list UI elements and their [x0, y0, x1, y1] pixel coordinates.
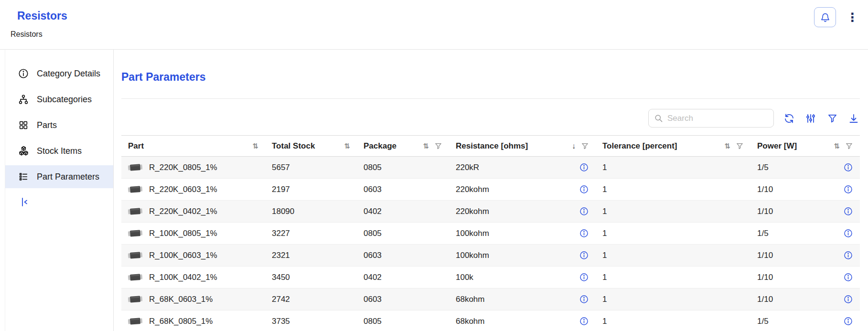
column-header-tolerance[interactable]: Tolerance [percent] ⇅ — [596, 136, 750, 157]
sort-icon[interactable]: ⇅ — [834, 142, 840, 149]
power-info-icon[interactable] — [844, 229, 853, 238]
power-value: 1/5 — [757, 317, 769, 326]
package-value: 0805 — [364, 317, 382, 326]
sidebar-item-category-details[interactable]: Category Details — [5, 62, 113, 85]
refresh-button[interactable] — [783, 112, 795, 125]
power-value: 1/10 — [757, 185, 773, 194]
part-name: R_100K_0603_1% — [149, 251, 217, 260]
column-label: Total Stock — [272, 141, 315, 151]
part-thumbnail-icon — [128, 273, 142, 282]
parts-table: Part ⇅ Total Stock ⇅ — [121, 135, 860, 331]
column-filter-icon[interactable] — [845, 142, 853, 150]
search-box — [648, 109, 774, 128]
notifications-button[interactable] — [814, 7, 836, 27]
tolerance-value: 1 — [602, 273, 607, 282]
resistance-info-icon[interactable] — [579, 251, 589, 260]
table-row[interactable]: R_100K_0805_1% 3227 0805 100kohm — [121, 223, 860, 245]
sort-icon[interactable]: ⇅ — [344, 142, 350, 149]
column-header-total-stock[interactable]: Total Stock ⇅ — [265, 136, 357, 157]
table-row[interactable]: R_68K_0805_1% 3735 0805 68kohm — [121, 310, 860, 331]
resistance-info-icon[interactable] — [579, 163, 589, 172]
section-divider — [121, 98, 860, 99]
power-value: 1/10 — [757, 251, 773, 260]
power-info-icon[interactable] — [844, 163, 853, 172]
main-panel: Part Parameters — [114, 50, 868, 331]
sidebar-item-label: Stock Items — [37, 146, 82, 156]
sort-icon[interactable]: ⇅ — [423, 142, 429, 149]
total-stock-value: 2197 — [272, 185, 290, 194]
resistance-value: 100k — [456, 273, 473, 282]
filter-button[interactable] — [826, 112, 838, 125]
power-info-icon[interactable] — [844, 185, 853, 194]
package-value: 0402 — [364, 273, 382, 282]
power-value: 1/10 — [757, 207, 773, 216]
power-info-icon[interactable] — [844, 273, 853, 282]
part-name: R_220K_0805_1% — [149, 163, 217, 172]
resistance-info-icon[interactable] — [579, 207, 589, 216]
search-input[interactable] — [667, 114, 768, 123]
column-filter-icon[interactable] — [581, 142, 589, 150]
package-value: 0805 — [364, 163, 382, 172]
sidebar-item-subcategories[interactable]: Subcategories — [5, 88, 113, 111]
power-info-icon[interactable] — [844, 295, 853, 304]
resistance-value: 220kohm — [456, 185, 489, 194]
collapse-sidebar-icon — [19, 196, 30, 208]
column-filter-icon[interactable] — [736, 142, 744, 150]
resistance-info-icon[interactable] — [579, 273, 589, 282]
part-thumbnail-icon — [128, 185, 142, 194]
power-info-icon[interactable] — [844, 317, 853, 326]
content-area: Category Details Subcategories — [5, 50, 868, 331]
power-info-icon[interactable] — [844, 251, 853, 260]
column-filter-icon[interactable] — [434, 142, 442, 150]
table-row[interactable]: R_68K_0603_1% 2742 0603 68kohm — [121, 288, 860, 310]
table-row[interactable]: R_220K_0603_1% 2197 0603 220kohm — [121, 179, 860, 201]
resistance-value: 68kohm — [456, 317, 484, 326]
part-thumbnail-icon — [128, 295, 142, 304]
resistance-info-icon[interactable] — [579, 295, 589, 304]
tolerance-value: 1 — [602, 295, 607, 304]
part-name: R_220K_0603_1% — [149, 185, 217, 194]
app-header: Resistors Resistors ⋮ — [0, 0, 868, 50]
sidebar-item-label: Category Details — [37, 69, 100, 79]
column-header-power[interactable]: Power [W] ⇅ — [750, 136, 860, 157]
power-info-icon[interactable] — [844, 207, 853, 216]
column-header-part[interactable]: Part ⇅ — [121, 136, 265, 157]
table-row[interactable]: R_220K_0805_1% 5657 0805 220kR — [121, 157, 860, 179]
overflow-menu-icon[interactable]: ⋮ — [843, 11, 862, 24]
table-row[interactable]: R_220K_0402_1% 18090 0402 220kohm — [121, 201, 860, 223]
sort-icon[interactable]: ⇅ — [724, 142, 730, 149]
download-button[interactable] — [847, 112, 860, 125]
resistance-info-icon[interactable] — [579, 185, 589, 194]
power-value: 1/10 — [757, 273, 773, 282]
sidebar-item-stock-items[interactable]: Stock Items — [5, 139, 113, 162]
resistance-info-icon[interactable] — [579, 229, 589, 238]
sidebar-item-parts[interactable]: Parts — [5, 114, 113, 137]
package-value: 0603 — [364, 185, 382, 194]
column-header-resistance[interactable]: Resistance [ohms] ↓ — [449, 136, 596, 157]
column-label: Package — [364, 141, 396, 151]
page-title: Resistors — [17, 10, 868, 22]
breadcrumb[interactable]: Resistors — [11, 30, 43, 39]
collapse-sidebar-button[interactable] — [19, 196, 31, 208]
tolerance-value: 1 — [602, 207, 607, 216]
resistance-value: 68kohm — [456, 295, 484, 304]
package-value: 0402 — [364, 207, 382, 216]
table-row[interactable]: R_100K_0402_1% 3450 0402 100k — [121, 267, 860, 288]
sort-descending-icon[interactable]: ↓ — [572, 142, 576, 150]
header-actions: ⋮ — [814, 7, 862, 27]
part-name: R_100K_0402_1% — [149, 273, 217, 282]
sidebar-item-label: Part Parameters — [37, 172, 99, 182]
column-settings-button[interactable] — [804, 112, 817, 125]
filter-icon — [827, 113, 838, 124]
sidebar-item-part-parameters[interactable]: Part Parameters — [5, 165, 113, 188]
resistance-info-icon[interactable] — [579, 317, 589, 326]
column-header-package[interactable]: Package ⇅ — [357, 136, 449, 157]
sort-icon[interactable]: ⇅ — [252, 142, 258, 149]
tolerance-value: 1 — [602, 185, 607, 194]
total-stock-value: 18090 — [272, 207, 294, 216]
power-value: 1/10 — [757, 295, 773, 304]
part-name: R_220K_0402_1% — [149, 207, 217, 216]
parameter-list-icon — [18, 171, 29, 182]
total-stock-value: 5657 — [272, 163, 290, 172]
table-row[interactable]: R_100K_0603_1% 2321 0603 100kohm — [121, 245, 860, 267]
